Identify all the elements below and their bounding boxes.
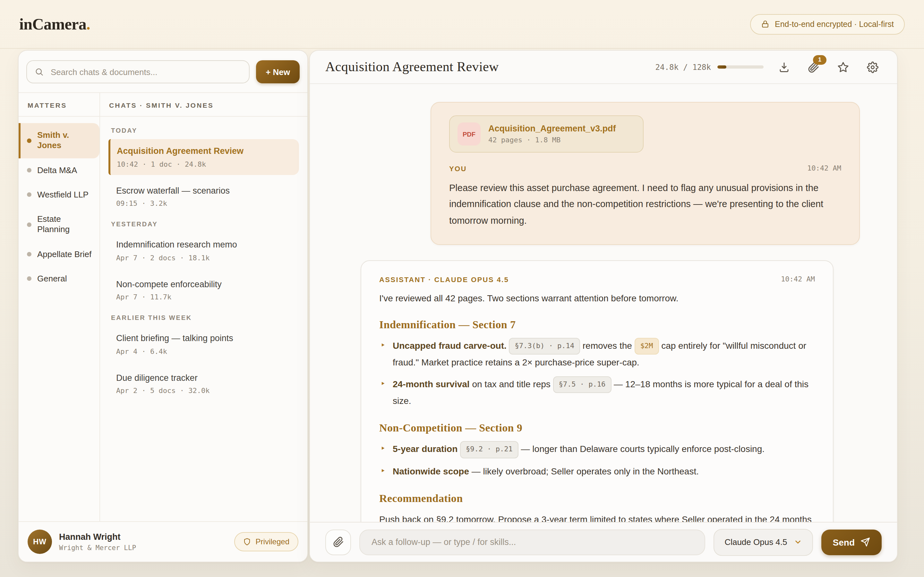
amount-chip[interactable]: $2M (635, 338, 659, 355)
matter-dot (27, 193, 31, 197)
chat-item-title: Indemnification research memo (116, 239, 291, 250)
ref-chip[interactable]: §9.2 · p.21 (460, 442, 519, 459)
messages-area[interactable]: PDF Acquisition_Agreement_v3.pdf 42 page… (310, 84, 897, 522)
paperclip-icon (333, 537, 344, 548)
chat-section-label-yesterday: YESTERDAY (111, 221, 296, 227)
chat-list[interactable]: TODAY Acquisition Agreement Review 10:42… (100, 117, 307, 413)
model-selector-label: Claude Opus 4.5 (724, 537, 787, 547)
send-button[interactable]: Send (821, 529, 882, 555)
assistant-message-card: ASSISTANT · CLAUDE OPUS 4.5 10:42 AM I'v… (360, 260, 834, 522)
search-row: + New (19, 51, 307, 92)
chat-section-label-earlier-this-week: EARLIER THIS WEEK (111, 314, 296, 321)
section-heading-indemnification: Indemnification — Section 7 (379, 318, 815, 331)
sidebar-columns: MATTERS Smith v. Jones Delta M&A Westfie… (19, 92, 307, 521)
app-logo-text: inCamera (19, 15, 86, 32)
matters-list: Smith v. Jones Delta M&A Westfield LLP E… (19, 117, 99, 291)
bullet-marker: ‣ (381, 338, 385, 353)
section-heading-noncompete: Non-Competition — Section 9 (379, 422, 815, 435)
privileged-badge-label: Privileged (256, 537, 289, 546)
bullet-item: ‣ 5-year duration §9.2 · p.21 — longer t… (379, 442, 815, 459)
matter-dot (27, 222, 31, 227)
star-icon (837, 61, 849, 73)
page-title: Acquisition Agreement Review (325, 59, 499, 75)
chat-item-meta: Apr 7 · 2 docs · 18.1k (116, 253, 291, 262)
bullet-marker: ‣ (381, 376, 385, 391)
context-usage-label: 24.8k / 128k (656, 63, 711, 71)
chat-item-acquisition-agreement-review[interactable]: Acquisition Agreement Review 10:42 · 1 d… (108, 139, 299, 175)
topbar: inCamera. End-to-end encrypted · Local-f… (0, 0, 924, 49)
chat-item-meta: Apr 4 · 6.4k (116, 347, 291, 356)
chat-item-meta: Apr 2 · 5 docs · 32.0k (116, 387, 291, 395)
shield-icon (244, 538, 251, 546)
bullet-item: ‣ 24-month survival on tax and title rep… (379, 376, 815, 409)
chat-item-escrow-waterfall[interactable]: Escrow waterfall — scenarios 09:15 · 3.2… (108, 179, 299, 214)
attachment-count-badge: 1 (813, 55, 827, 64)
message-time: 10:42 AM (781, 275, 815, 284)
matter-item-general[interactable]: General (19, 267, 99, 292)
user-profile[interactable]: HW Hannah Wright Wright & Mercer LLP Pri… (19, 521, 307, 562)
matter-dot (27, 252, 31, 256)
message-time: 10:42 AM (807, 164, 841, 172)
bullet-text: removes the (583, 340, 632, 350)
ref-chip[interactable]: §7.3(b) · p.14 (509, 338, 580, 355)
chat-item-non-compete-enforceability[interactable]: Non-compete enforceability Apr 7 · 11.7k (108, 272, 299, 308)
message-header: ASSISTANT · CLAUDE OPUS 4.5 10:42 AM (379, 275, 815, 284)
chat-item-title: Client briefing — talking points (116, 333, 291, 344)
download-button[interactable] (775, 58, 793, 76)
composer-input[interactable] (359, 529, 705, 555)
context-usage: 24.8k / 128k (656, 63, 764, 71)
new-chat-button[interactable]: + New (256, 60, 300, 83)
attachment-meta: 42 pages · 1.8 MB (488, 136, 616, 144)
matters-column: MATTERS Smith v. Jones Delta M&A Westfie… (19, 93, 100, 521)
chat-header: Acquisition Agreement Review 24.8k / 128… (310, 51, 897, 84)
matter-label: Westfield LLP (37, 190, 89, 200)
chat-item-title: Due diligence tracker (116, 372, 291, 384)
matter-dot (27, 168, 31, 172)
privileged-badge: Privileged (234, 532, 298, 551)
user-message-card: PDF Acquisition_Agreement_v3.pdf 42 page… (431, 102, 860, 245)
chat-item-due-diligence-tracker[interactable]: Due diligence tracker Apr 2 · 5 docs · 3… (108, 366, 299, 401)
attachment-card[interactable]: PDF Acquisition_Agreement_v3.pdf 42 page… (449, 115, 644, 153)
context-progress-fill (717, 65, 726, 69)
context-progress (717, 65, 764, 69)
chat-header-actions: 24.8k / 128k 1 (656, 58, 882, 76)
matter-item-delta-ma[interactable]: Delta M&A (19, 158, 99, 183)
assistant-intro: I've reviewed all 42 pages. Two sections… (379, 291, 815, 306)
matter-item-smith-v-jones[interactable]: Smith v. Jones (19, 123, 99, 158)
attachment-info: Acquisition_Agreement_v3.pdf 42 pages · … (488, 124, 616, 144)
chat-item-client-briefing[interactable]: Client briefing — talking points Apr 4 ·… (108, 326, 299, 362)
bullet-text: on tax and title reps (472, 379, 550, 389)
composer-attach-button[interactable] (325, 529, 351, 555)
app-logo-dot: . (86, 15, 90, 32)
matter-item-westfield-llp[interactable]: Westfield LLP (19, 183, 99, 207)
search-input[interactable] (49, 66, 241, 77)
bullet-item: ‣ Uncapped fraud carve-out. §7.3(b) · p.… (379, 338, 815, 371)
search-box[interactable] (26, 60, 250, 83)
matter-item-estate-planning[interactable]: Estate Planning (19, 207, 99, 242)
chat-item-title: Non-compete enforceability (116, 279, 291, 290)
settings-button[interactable] (864, 58, 882, 76)
bullet-marker: ‣ (381, 442, 385, 456)
app-window: inCamera. End-to-end encrypted · Local-f… (0, 0, 924, 577)
bullet-lead: 24-month survival (393, 379, 470, 389)
chat-item-indemnification-research-memo[interactable]: Indemnification research memo Apr 7 · 2 … (108, 233, 299, 268)
model-selector[interactable]: Claude Opus 4.5 (714, 529, 813, 556)
attachments-button[interactable]: 1 (804, 58, 822, 76)
message-role: YOU (449, 164, 467, 172)
avatar: HW (27, 530, 52, 554)
star-button[interactable] (834, 58, 852, 76)
bullet-lead: Nationwide scope (393, 466, 469, 477)
gear-icon (867, 61, 879, 73)
matter-item-appellate-brief[interactable]: Appellate Brief (19, 242, 99, 267)
content-shell: + New MATTERS Smith v. Jones Delta M&A W… (18, 50, 898, 562)
composer: Claude Opus 4.5 Send (310, 522, 897, 562)
chat-item-meta: Apr 7 · 11.7k (116, 293, 291, 301)
chat-item-meta: 10:42 · 1 doc · 24.8k (117, 160, 291, 168)
chats-column: CHATS · SMITH V. JONES TODAY Acquisition… (100, 93, 307, 521)
send-icon (861, 537, 870, 547)
matter-dot (27, 277, 31, 281)
ref-chip[interactable]: §7.5 · p.16 (553, 376, 612, 393)
main-panel: Acquisition Agreement Review 24.8k / 128… (309, 50, 898, 562)
chevron-down-icon (794, 538, 802, 546)
encryption-badge: End-to-end encrypted · Local-first (750, 14, 905, 34)
